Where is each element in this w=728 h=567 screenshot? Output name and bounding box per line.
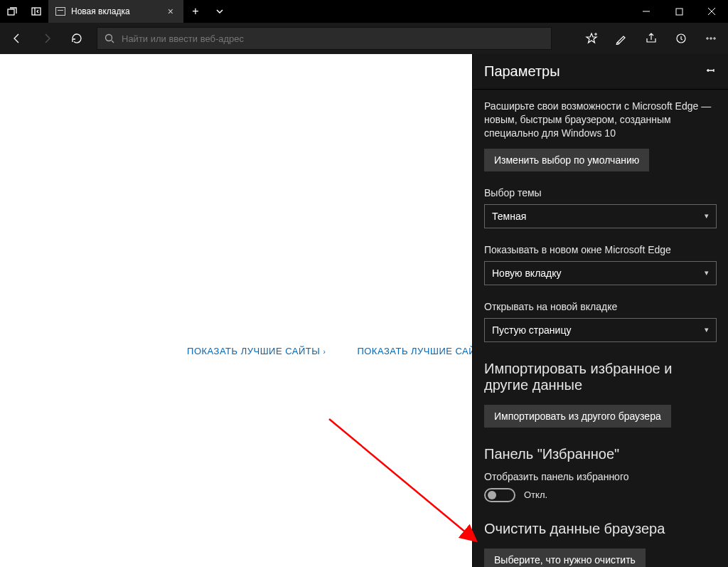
theme-label: Выбор темы [484, 187, 717, 198]
clear-data-heading: Очистить данные браузера [484, 521, 717, 537]
forward-button[interactable] [33, 24, 61, 53]
favorites-bar-show-label: Отобразить панель избранного [484, 471, 717, 482]
close-window-button[interactable] [695, 0, 728, 23]
minimize-button[interactable] [630, 0, 663, 23]
chevron-down-icon: ▾ [705, 211, 709, 221]
svg-point-3 [106, 35, 112, 41]
favorites-icon[interactable] [577, 24, 606, 53]
set-aside-tabs-icon[interactable] [24, 0, 48, 23]
tabs-overview-icon[interactable] [0, 0, 24, 23]
newtab-open-value: Пустую страницу [492, 324, 571, 336]
address-input[interactable] [122, 33, 544, 44]
change-default-button[interactable]: Изменить выбор по умолчанию [484, 149, 649, 171]
tabs-menu-icon[interactable] [208, 0, 232, 23]
search-icon [105, 33, 114, 43]
svg-point-6 [710, 38, 712, 39]
new-tab-button[interactable]: + [183, 0, 208, 23]
share-icon[interactable] [637, 24, 665, 53]
tab-title: Новая вкладка [71, 6, 159, 16]
window-controls [630, 0, 728, 23]
show-top-sites-link[interactable]: ПОКАЗАТЬ ЛУЧШИЕ САЙТЫ › [187, 346, 326, 356]
import-heading: Импортировать избранное и другие данные [484, 361, 717, 393]
chevron-down-icon: ▾ [705, 325, 709, 334]
newtab-open-select[interactable]: Пустую страницу ▾ [484, 318, 717, 342]
content-area: ПОКАЗАТЬ ЛУЧШИЕ САЙТЫ › ПОКАЗАТЬ ЛУЧШИЕ … [0, 54, 728, 567]
notes-icon[interactable] [607, 24, 636, 53]
favorites-bar-toggle[interactable] [484, 488, 515, 502]
settings-title: Параметры [484, 63, 560, 80]
svg-point-7 [714, 38, 715, 39]
maximize-button[interactable] [663, 0, 695, 23]
titlebar-drag-area[interactable] [232, 0, 630, 23]
theme-select[interactable]: Темная ▾ [484, 204, 717, 228]
titlebar-left: Новая вкладка × + [0, 0, 232, 23]
toolbar [0, 23, 728, 54]
refresh-button[interactable] [63, 24, 91, 53]
clear-data-button[interactable]: Выберите, что нужно очистить [484, 549, 646, 567]
more-icon[interactable] [697, 24, 725, 53]
pin-pane-icon[interactable] [705, 65, 717, 79]
annotation-arrow [326, 415, 489, 551]
back-button[interactable] [3, 24, 31, 53]
svg-rect-0 [8, 9, 14, 15]
favorites-bar-heading: Панель "Избранное" [484, 446, 717, 462]
favorites-bar-toggle-state: Откл. [524, 489, 547, 500]
newtab-open-label: Открывать на новой вкладке [484, 301, 717, 312]
open-with-value: Новую вкладку [492, 267, 562, 279]
svg-rect-1 [32, 8, 41, 15]
open-with-select[interactable]: Новую вкладку ▾ [484, 261, 717, 285]
promo-text: Расширьте свои возможности с Microsoft E… [484, 100, 717, 140]
settings-pane: Параметры Расширьте свои возможности с M… [472, 54, 728, 567]
titlebar: Новая вкладка × + [0, 0, 728, 23]
theme-value: Темная [492, 211, 526, 222]
svg-line-8 [329, 419, 475, 540]
browser-tab[interactable]: Новая вкладка × [48, 0, 183, 23]
svg-rect-2 [676, 9, 682, 15]
settings-header: Параметры [473, 54, 728, 90]
open-with-label: Показывать в новом окне Microsoft Edge [484, 244, 717, 255]
import-button[interactable]: Импортировать из другого браузера [484, 405, 671, 428]
hub-icon[interactable] [667, 24, 695, 53]
tab-close-icon[interactable]: × [165, 6, 176, 17]
chevron-down-icon: ▾ [705, 268, 709, 277]
svg-point-5 [707, 38, 708, 39]
tab-favicon-icon [55, 7, 65, 16]
address-bar[interactable] [97, 27, 552, 50]
settings-body[interactable]: Расширьте свои возможности с Microsoft E… [473, 90, 728, 567]
